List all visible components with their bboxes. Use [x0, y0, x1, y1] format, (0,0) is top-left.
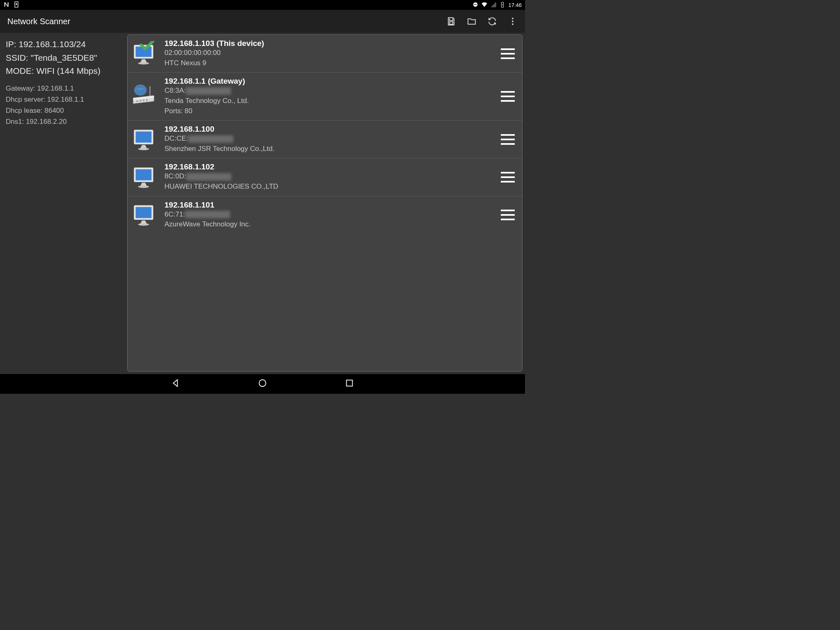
device-title: 192.168.1.1 (Gateway) [164, 77, 493, 86]
device-title: 192.168.1.100 [164, 125, 493, 134]
mac-prefix: DC:CE: [164, 134, 188, 144]
svg-point-16 [138, 148, 149, 150]
home-button[interactable] [258, 379, 267, 389]
mac-prefix: C8:3A: [164, 86, 186, 96]
device-ports: Ports: 80 [164, 106, 493, 116]
overflow-menu-button[interactable] [508, 16, 518, 26]
mac-blurred [186, 173, 231, 180]
device-list: 192.168.1.103 (This device)02:00:00:00:0… [127, 34, 523, 372]
device-row[interactable]: 192.168.1.1028C:0D:HUAWEI TECHNOLOGIES C… [128, 158, 522, 196]
back-button[interactable] [171, 379, 180, 389]
device-vendor: HUAWEI TECHNOLOGIES CO.,LTD [164, 182, 493, 192]
device-title: 192.168.1.101 [164, 201, 493, 210]
signal-icon [490, 1, 497, 9]
app-title: Network Scanner [7, 17, 70, 26]
mac-prefix: 6C:71: [164, 210, 185, 220]
device-row[interactable]: 192.168.1.103 (This device)02:00:00:00:0… [128, 35, 522, 73]
ssid-line: SSID: "Tenda_3E5DE8" [6, 51, 121, 65]
dnd-icon [472, 1, 479, 9]
device-row[interactable]: 192.168.1.1016C:71:AzureWave Technology … [128, 196, 522, 234]
recent-apps-button[interactable] [345, 379, 354, 389]
dhcp-server-line: Dhcp server: 192.168.1.1 [6, 94, 121, 105]
mac-blurred [188, 135, 233, 143]
dhcp-lease-line: Dhcp lease: 86400 [6, 105, 121, 116]
svg-point-8 [134, 84, 147, 96]
svg-point-22 [138, 224, 149, 226]
mode-line: MODE: WIFI (144 Mbps) [6, 64, 121, 78]
svg-rect-11 [139, 100, 141, 102]
save-button[interactable] [446, 16, 456, 26]
device-menu-button[interactable] [501, 134, 515, 145]
download-icon [13, 1, 20, 9]
device-row[interactable]: 192.168.1.1 (Gateway)C8:3A:Tenda Technol… [128, 73, 522, 121]
svg-point-7 [138, 62, 149, 64]
status-bar: 17:46 [0, 0, 525, 10]
device-title: 192.168.1.102 [164, 162, 493, 171]
device-vendor: Shenzhen JSR Technology Co.,Ltd. [164, 144, 493, 154]
monitor-check-icon [132, 41, 157, 66]
device-vendor: AzureWave Technology Inc. [164, 219, 493, 230]
app-bar: Network Scanner [0, 10, 525, 33]
mac-prefix: 8C:0D: [164, 171, 186, 182]
svg-rect-24 [347, 380, 353, 386]
monitor-icon [132, 127, 157, 152]
wifi-icon [481, 1, 488, 9]
svg-point-4 [512, 23, 514, 25]
device-title: 192.168.1.103 (This device) [164, 39, 493, 48]
svg-point-2 [512, 18, 514, 19]
refresh-button[interactable] [487, 16, 497, 26]
mac-blurred [185, 211, 230, 218]
svg-point-9 [149, 86, 151, 88]
svg-rect-21 [136, 207, 152, 218]
device-row[interactable]: 192.168.1.100DC:CE:Shenzhen JSR Technolo… [128, 121, 522, 158]
device-menu-button[interactable] [501, 172, 515, 183]
n-icon [3, 1, 10, 9]
svg-point-3 [512, 21, 514, 22]
status-time: 17:46 [508, 2, 522, 8]
svg-rect-18 [136, 169, 152, 180]
svg-point-19 [138, 185, 149, 188]
monitor-icon [132, 202, 157, 228]
monitor-icon [132, 164, 157, 190]
battery-charging-icon [499, 1, 506, 9]
device-vendor: HTC Nexus 9 [164, 58, 493, 68]
svg-rect-1 [474, 4, 477, 5]
mac-blurred [186, 87, 231, 95]
open-folder-button[interactable] [467, 16, 477, 26]
device-vendor: Tenda Technology Co., Ltd. [164, 96, 493, 106]
svg-rect-15 [136, 131, 152, 142]
svg-rect-10 [137, 100, 138, 102]
gateway-line: Gateway: 192.168.1.1 [6, 83, 121, 94]
network-info-panel: IP: 192.168.1.103/24 SSID: "Tenda_3E5DE8… [0, 33, 127, 374]
device-menu-button[interactable] [501, 48, 515, 59]
device-menu-button[interactable] [501, 210, 515, 220]
svg-point-23 [259, 380, 266, 387]
mac-address: 02:00:00:00:00:00 [164, 48, 221, 58]
device-menu-button[interactable] [501, 91, 515, 102]
svg-rect-13 [146, 99, 148, 101]
dns1-line: Dns1: 192.168.2.20 [6, 116, 121, 127]
android-nav-bar [0, 374, 525, 394]
ip-line: IP: 192.168.1.103/24 [6, 38, 121, 51]
router-icon [132, 84, 157, 109]
svg-rect-12 [143, 100, 144, 101]
